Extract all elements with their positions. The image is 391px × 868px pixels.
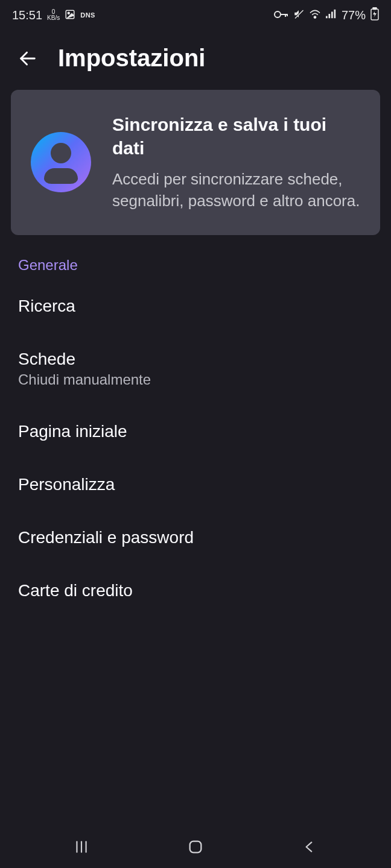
- mute-icon: [293, 8, 304, 22]
- dns-badge: DNS: [80, 11, 95, 19]
- settings-item-search[interactable]: Ricerca: [18, 280, 373, 333]
- image-icon: [65, 9, 75, 22]
- arrow-left-icon: [17, 48, 38, 69]
- app-bar: Impostazioni: [0, 30, 391, 90]
- back-button[interactable]: [17, 48, 39, 69]
- svg-rect-12: [334, 9, 335, 17]
- avatar-icon: [31, 132, 91, 192]
- page-title: Impostazioni: [58, 45, 205, 72]
- settings-list: Ricerca Schede Chiudi manualmente Pagina…: [0, 280, 391, 617]
- svg-point-8: [314, 16, 316, 18]
- section-header-general: Generale: [0, 235, 391, 280]
- sync-text: Sincronizza e salva i tuoi dati Accedi p…: [112, 113, 363, 212]
- status-right: 77%: [274, 7, 379, 24]
- settings-item-credentials[interactable]: Credenziali e password: [18, 511, 373, 564]
- sync-title: Sincronizza e salva i tuoi dati: [112, 113, 363, 160]
- svg-rect-11: [331, 11, 333, 18]
- avatar: [28, 132, 94, 192]
- svg-point-1: [68, 12, 69, 14]
- status-left: 15:51 0 KB/s DNS: [12, 8, 95, 22]
- svg-rect-10: [328, 14, 330, 18]
- signal-icon: [326, 9, 337, 22]
- item-title: Pagina iniziale: [18, 422, 373, 441]
- wifi-icon: [309, 9, 321, 22]
- chevron-left-icon: [302, 839, 317, 855]
- svg-rect-5: [287, 14, 288, 16]
- system-nav-bar: [0, 826, 391, 868]
- settings-item-credit-cards[interactable]: Carte di credito: [18, 564, 373, 617]
- item-title: Schede: [18, 350, 373, 369]
- settings-item-tabs[interactable]: Schede Chiudi manualmente: [18, 333, 373, 405]
- settings-item-homepage[interactable]: Pagina iniziale: [18, 405, 373, 458]
- nav-recents-button[interactable]: [63, 835, 100, 859]
- status-time: 15:51: [12, 8, 42, 22]
- recents-icon: [74, 839, 89, 855]
- sync-subtitle: Accedi per sincronizzare schede, segnali…: [112, 168, 363, 212]
- battery-percentage: 77%: [342, 8, 366, 22]
- svg-rect-14: [373, 7, 377, 9]
- battery-icon: [370, 7, 379, 24]
- status-bar: 15:51 0 KB/s DNS 77%: [0, 0, 391, 30]
- nav-back-button[interactable]: [291, 835, 328, 859]
- item-subtitle: Chiudi manualmente: [18, 371, 373, 388]
- item-title: Credenziali e password: [18, 528, 373, 547]
- sync-sign-in-card[interactable]: Sincronizza e salva i tuoi dati Accedi p…: [11, 90, 380, 235]
- settings-item-customize[interactable]: Personalizza: [18, 458, 373, 511]
- svg-rect-9: [326, 16, 328, 18]
- svg-point-2: [275, 11, 281, 17]
- nav-home-button[interactable]: [177, 835, 214, 859]
- network-speed: 0 KB/s: [47, 9, 60, 21]
- vpn-key-icon: [274, 9, 288, 22]
- svg-rect-19: [190, 841, 202, 853]
- home-icon: [187, 838, 204, 855]
- item-title: Ricerca: [18, 297, 373, 316]
- item-title: Carte di credito: [18, 581, 373, 600]
- svg-rect-3: [280, 14, 287, 15]
- svg-rect-4: [285, 14, 286, 17]
- item-title: Personalizza: [18, 475, 373, 494]
